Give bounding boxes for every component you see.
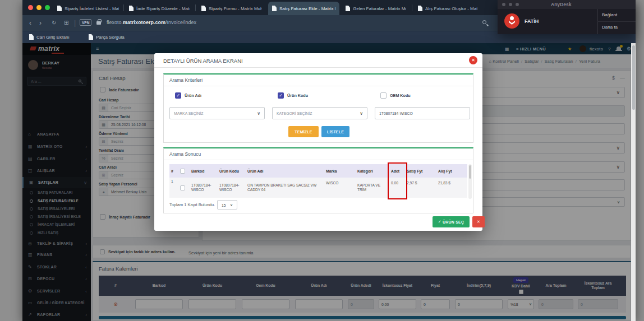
tab-title: Alış Faturası Oluştur - Mat — [425, 6, 477, 11]
page-icon — [57, 6, 62, 11]
kategori-select[interactable]: KATEGORİ SEÇİNİZ∨ — [272, 107, 367, 119]
oem-kodu-input[interactable]: 1T0807184-WISCO — [375, 107, 470, 119]
tab-separator — [123, 4, 124, 11]
anydesk-window: AnyDesk FATİH Bağlant Daha fa — [498, 0, 636, 34]
chevron-down-icon: ∨ — [230, 203, 233, 207]
forward-icon[interactable]: › — [39, 18, 42, 27]
page-icon — [346, 6, 350, 11]
bookmark-parca-sorgula[interactable]: Parça Sorgula — [89, 34, 125, 40]
desktop: Sipariş İadeleri Listesi - Matrix İade S… — [0, 0, 644, 321]
checkbox[interactable] — [380, 92, 387, 99]
browser-tab[interactable]: Sipariş İadeleri Listesi - Matrix — [53, 2, 123, 15]
checked-checkbox[interactable]: ✓ — [278, 92, 284, 99]
browser-tab[interactable]: Sipariş Formu - Matrix Muhaseb — [197, 2, 266, 15]
tab-title: Satış Faturası Ekle - Matrix Muh — [279, 6, 335, 11]
modal-close-button[interactable]: ✕ — [469, 56, 477, 64]
results-table-row[interactable]: 1 1T0807184-WISCO 1T0807184-WISCO ON TAM… — [169, 178, 467, 198]
section-title: Arama Sonucu — [169, 151, 201, 157]
tab-title: Sipariş İadeleri Listesi - Matrix — [65, 6, 119, 11]
select-all-checkbox[interactable] — [180, 169, 185, 174]
urun-sec-button[interactable]: ✓ ÜRÜN SEÇ — [433, 216, 470, 227]
page-icon — [29, 34, 34, 40]
close-icon: ✕ — [477, 220, 480, 224]
urun-adi-checkbox[interactable]: ✓Ürün Adı — [175, 92, 201, 99]
check-icon: ✓ — [438, 220, 441, 224]
lock-icon[interactable] — [96, 21, 101, 25]
window-zoom-button[interactable] — [45, 5, 50, 10]
checked-checkbox[interactable]: ✓ — [175, 92, 181, 99]
row-checkbox[interactable] — [180, 185, 185, 190]
bookmark-cari-giris[interactable]: Cari Giriş Ekranı — [29, 34, 70, 40]
detayli-urun-arama-modal: DETAYLI ÜRÜN ARAMA EKRANI ✕ Arama Kriter… — [154, 53, 482, 231]
page-icon — [272, 6, 277, 11]
toolbar-separator: | — [74, 18, 76, 27]
window-close-button[interactable] — [28, 5, 33, 10]
chevron-down-icon: ∨ — [360, 111, 363, 116]
tab-title: Gelen Faturalar - Matrix Muhas — [353, 6, 406, 11]
tab-title: İade Sipariş Düzenle - Matrix M — [136, 6, 190, 11]
row-select-cell — [178, 178, 190, 198]
search-icon[interactable] — [482, 20, 486, 24]
url-text[interactable]: flexoto.matrixotoerp.com/Invoice/index — [107, 20, 196, 25]
window-close-button[interactable] — [502, 3, 505, 6]
page-icon — [129, 6, 134, 11]
select-all-cell — [178, 164, 190, 178]
page-size-select[interactable]: 15∨ — [217, 200, 237, 210]
browser-tab-active[interactable]: Satış Faturası Ekle - Matrix Muh — [268, 2, 339, 15]
vpn-badge[interactable]: VPN — [80, 19, 91, 26]
section-title: Arama Kriterleri — [169, 77, 203, 83]
page-scrollbar[interactable] — [631, 43, 636, 321]
tab-separator — [412, 4, 412, 11]
page-icon — [418, 6, 422, 11]
modal-title: DETAYLI ÜRÜN ARAMA EKRANI — [163, 58, 243, 64]
results-table: # Barkod Ürün Kodu Ürün Adı Marka Katego… — [169, 164, 467, 198]
urun-kodu-checkbox[interactable]: ✓Ürün Kodu — [278, 92, 308, 99]
arama-sonucu-panel: Arama Sonucu # Barkod Ürün Kodu Ürün Adı… — [163, 147, 473, 213]
anydesk-body: FATİH Bağlant Daha fa — [498, 9, 636, 34]
scrollbar-thumb[interactable] — [632, 45, 635, 110]
modal-cancel-button[interactable]: ✕ — [472, 216, 485, 227]
chevron-down-icon: ∨ — [257, 111, 260, 116]
window-zoom-button[interactable] — [516, 3, 519, 6]
anydesk-more-button[interactable]: Daha fa — [602, 25, 618, 30]
anydesk-user-icon — [504, 13, 519, 29]
listele-button[interactable]: LİSTELE — [321, 126, 349, 137]
window-minimize-button[interactable] — [509, 3, 512, 6]
page-icon — [201, 6, 206, 11]
tab-title: Sipariş Formu - Matrix Muhaseb — [209, 6, 262, 11]
browser-tab[interactable]: İade Sipariş Düzenle - Matrix M — [125, 2, 194, 15]
anydesk-title: AnyDesk — [551, 2, 571, 7]
window-minimize-button[interactable] — [36, 5, 42, 10]
adet-column-annotation — [388, 162, 407, 199]
anydesk-connect-button[interactable]: Bağlant — [602, 12, 617, 17]
anydesk-user-name: FATİH — [525, 18, 539, 24]
reload-icon[interactable]: ↻ — [52, 18, 56, 27]
browser-tab[interactable]: Gelen Faturalar - Matrix Muhas — [342, 2, 410, 15]
page-icon — [89, 34, 93, 40]
tab-groups-icon[interactable]: ⊞ — [64, 18, 68, 27]
marka-select[interactable]: MARKA SEÇİNİZ∨ — [169, 107, 265, 119]
results-scrollbar[interactable] — [468, 164, 472, 199]
browser-tab[interactable]: Alış Faturası Oluştur - Mat — [414, 2, 498, 15]
modal-header: DETAYLI ÜRÜN ARAMA EKRANI ✕ — [154, 53, 482, 68]
results-table-header: # Barkod Ürün Kodu Ürün Adı Marka Katego… — [169, 164, 467, 178]
browser-window: Sipariş İadeleri Listesi - Matrix İade S… — [22, 0, 636, 321]
temizle-button[interactable]: TEMİZLE — [288, 126, 319, 137]
anydesk-titlebar[interactable]: AnyDesk — [498, 0, 636, 9]
tab-separator — [195, 4, 196, 11]
results-count-label: Toplam 1 Kayıt Bulundu. — [169, 202, 215, 207]
back-icon[interactable]: ‹ — [29, 18, 31, 27]
oem-kodu-checkbox[interactable]: OEM Kodu — [380, 92, 411, 99]
arama-kriterleri-panel: Arama Kriterleri ✓Ürün Adı ✓Ürün Kodu OE… — [163, 73, 473, 143]
